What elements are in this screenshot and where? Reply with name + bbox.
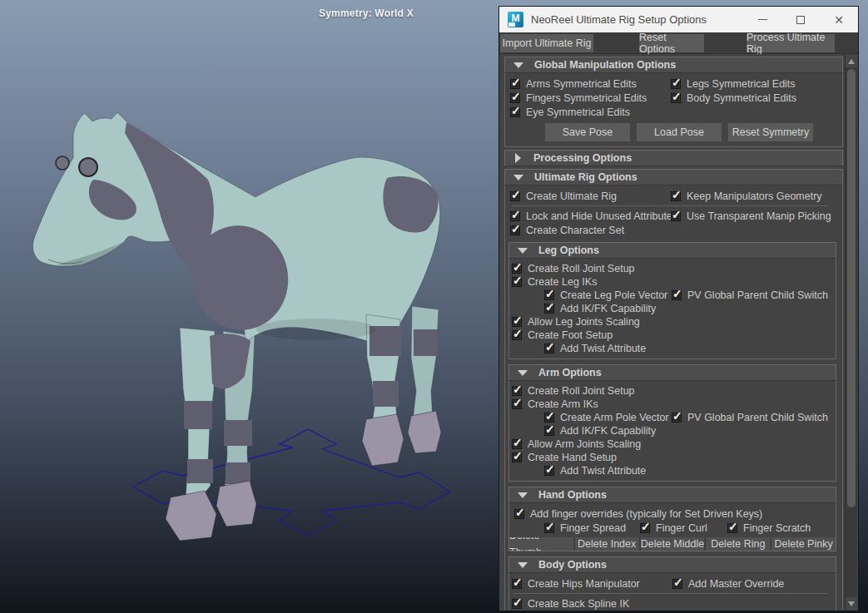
process-ultimate-rig-button[interactable]: Process Ultimate Rig: [746, 34, 835, 52]
divider: [512, 205, 828, 206]
horse-eye: [79, 158, 97, 176]
delete-index-button[interactable]: Delete Index: [575, 537, 639, 551]
checkbox-foot-setup[interactable]: [512, 330, 522, 340]
save-pose-button[interactable]: Save Pose: [545, 123, 630, 141]
checkbox-arm-twist[interactable]: [544, 466, 554, 476]
section-processing: Processing Options: [504, 150, 843, 166]
delete-thumb-button[interactable]: Delete Thumb: [509, 537, 573, 551]
checkbox-label: Fingers Symmetrical Edits: [526, 92, 647, 104]
rig-setup-dialog: M NeoReel Ultimate Rig Setup Options ✕ I…: [499, 7, 858, 611]
action-toolbar: Import Ultimate Rig Reset Options Proces…: [499, 32, 858, 54]
checkbox-arm-iks[interactable]: [512, 399, 522, 409]
titlebar[interactable]: M NeoReel Ultimate Rig Setup Options ✕: [499, 7, 858, 32]
section-body-header[interactable]: Body Options: [508, 556, 836, 573]
checkbox-arm-pv-switch[interactable]: [672, 413, 682, 423]
section-arm-header[interactable]: Arm Options: [508, 364, 836, 381]
checkbox-arm-ikfk[interactable]: [544, 426, 554, 436]
checkbox-label: Create Roll Joint Setup: [528, 263, 635, 274]
section-title: Ultimate Rig Options: [534, 171, 637, 183]
checkbox-finger-scratch[interactable]: [727, 523, 737, 533]
checkbox-eye-symmetrical[interactable]: [510, 107, 520, 117]
checkbox-arms-symmetrical[interactable]: [510, 79, 520, 89]
checkbox-lock-hide-attrs[interactable]: [510, 211, 520, 221]
scrollbar-thumb[interactable]: [847, 69, 856, 507]
checkbox-finger-curl[interactable]: [640, 523, 650, 533]
section-hand-options: Hand Options Add finger overrides (typic…: [508, 487, 836, 551]
checkbox-label: Create Back Spline IK: [528, 598, 629, 610]
scroll-down-button[interactable]: [846, 597, 857, 610]
checkbox-label: Body Symmetrical Edits: [687, 92, 796, 104]
checkbox-label: Allow Leg Joints Scaling: [528, 316, 640, 328]
checkbox-label: Finger Spread: [560, 522, 626, 534]
collapse-triangle-icon: [513, 62, 523, 68]
checkbox-legs-symmetrical[interactable]: [671, 79, 681, 89]
checkbox-label: Use Transparent Manip Picking: [687, 210, 831, 222]
checkbox-label: Create Foot Setup: [528, 329, 613, 341]
checkbox-label: Keep Manipulators Geometry: [687, 190, 822, 202]
minimize-icon: [758, 19, 767, 20]
section-title: Body Options: [538, 559, 607, 571]
checkbox-leg-ikfk[interactable]: [544, 304, 554, 314]
section-processing-header[interactable]: Processing Options: [504, 150, 843, 166]
checkbox-leg-joints-scaling[interactable]: [512, 317, 522, 327]
collapse-triangle-icon: [518, 370, 528, 376]
checkbox-transparent-manip[interactable]: [671, 211, 681, 221]
checkbox-label: Create Arm IKs: [528, 398, 598, 410]
checkbox-label: Legs Symmetrical Edits: [687, 78, 796, 90]
reset-options-button[interactable]: Reset Options: [639, 34, 704, 52]
section-global-header[interactable]: Global Manipulation Options: [504, 57, 843, 73]
import-ultimate-rig-button[interactable]: Import Ultimate Rig: [500, 34, 593, 52]
checkbox-hips-manipulator[interactable]: [512, 579, 522, 589]
checkbox-finger-overrides[interactable]: [514, 509, 524, 519]
section-ultimate-header[interactable]: Ultimate Rig Options: [504, 169, 843, 185]
checkbox-character-set[interactable]: [510, 225, 520, 235]
checkbox-create-ultimate-rig[interactable]: [510, 191, 520, 201]
delete-pinky-button[interactable]: Delete Pinky: [771, 537, 836, 551]
checkbox-label: Add Twist Attribute: [560, 465, 646, 477]
collapse-triangle-icon: [518, 248, 528, 254]
maximize-button[interactable]: [781, 7, 820, 32]
checkbox-label: Create Leg IKs: [528, 276, 597, 288]
collapse-triangle-icon: [513, 175, 523, 180]
checkbox-label: Add IK/FK Capability: [560, 425, 656, 437]
section-title: Leg Options: [538, 245, 599, 256]
horse-far-eye: [56, 156, 69, 170]
checkbox-leg-pole-vector[interactable]: [544, 290, 554, 300]
close-button[interactable]: ✕: [820, 7, 858, 32]
checkbox-finger-spread[interactable]: [544, 523, 554, 533]
checkbox-label: Arms Symmetrical Edits: [526, 78, 637, 90]
load-pose-button[interactable]: Load Pose: [637, 123, 722, 141]
delete-ring-button[interactable]: Delete Ring: [706, 537, 770, 551]
checkbox-back-spline-ik[interactable]: [512, 599, 522, 609]
checkbox-hand-setup[interactable]: [512, 452, 522, 462]
checkbox-body-symmetrical[interactable]: [671, 93, 681, 103]
checkbox-arm-joints-scaling[interactable]: [512, 439, 522, 449]
symmetry-status-label: Symmetry: World X: [319, 7, 414, 19]
checkbox-leg-iks[interactable]: [512, 277, 522, 287]
reset-symmetry-button[interactable]: Reset Symmetry: [728, 123, 813, 141]
section-hand-header[interactable]: Hand Options: [508, 487, 836, 503]
checkbox-label: Create Hips Manipulator: [528, 578, 640, 590]
checkbox-arm-roll-joint[interactable]: [512, 386, 522, 396]
checkbox-arm-pole-vector[interactable]: [544, 413, 554, 423]
delete-middle-button[interactable]: Delete Middle: [641, 537, 705, 551]
minimize-button[interactable]: [743, 7, 781, 32]
checkbox-leg-twist[interactable]: [544, 344, 554, 353]
section-title: Global Manipulation Options: [534, 59, 676, 71]
collapse-triangle-icon: [518, 562, 528, 568]
checkbox-label: Finger Curl: [656, 522, 707, 534]
checkbox-label: Create Arm Pole Vector: [560, 412, 669, 423]
checkbox-fingers-symmetrical[interactable]: [510, 93, 520, 103]
section-leg-header[interactable]: Leg Options: [508, 242, 836, 259]
expand-triangle-icon: [515, 153, 521, 163]
checkbox-label: Eye Symmetrical Edits: [526, 106, 630, 118]
checkbox-label: PV Global Parent Child Switch: [687, 412, 828, 423]
scroll-up-button[interactable]: [846, 55, 857, 67]
checkbox-keep-manipulators[interactable]: [671, 191, 681, 201]
checkbox-leg-pv-switch[interactable]: [672, 290, 682, 300]
checkbox-leg-roll-joint[interactable]: [512, 264, 522, 274]
checkbox-master-override[interactable]: [672, 579, 682, 589]
checkbox-label: Add finger overrides (typically for Set …: [530, 508, 762, 520]
scrollbar[interactable]: [845, 55, 857, 610]
section-body-options: Body Options Create Hips Manipulator Add…: [508, 556, 836, 611]
